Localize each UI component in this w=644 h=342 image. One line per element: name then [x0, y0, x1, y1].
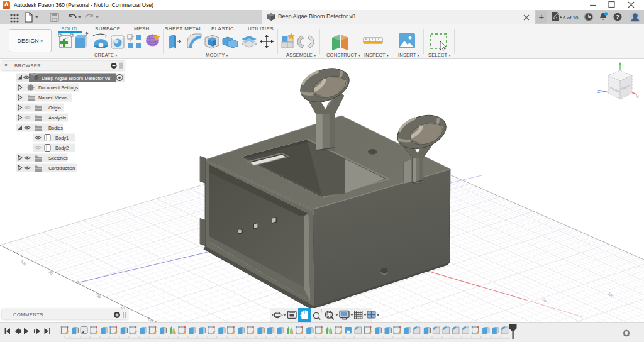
svg-text:Deep Algae Bloom Detector v8: Deep Algae Bloom Detector v8 [42, 75, 111, 81]
svg-text:-50: -50 [95, 292, 102, 299]
svg-text:Sketches: Sketches [48, 155, 68, 161]
svg-text:100: 100 [19, 259, 27, 267]
svg-text:Document Settings: Document Settings [38, 85, 79, 91]
svg-text:Body1: Body1 [55, 135, 69, 141]
svg-text:Construction: Construction [48, 165, 75, 171]
svg-text:Body2: Body2 [55, 145, 69, 151]
svg-text:Origin: Origin [48, 105, 61, 111]
svg-text:Bodies: Bodies [48, 125, 63, 131]
svg-text:Named Views: Named Views [38, 95, 67, 101]
svg-text:-150: -150 [145, 315, 153, 322]
svg-text:Z: Z [597, 89, 601, 94]
svg-text:?: ? [616, 14, 619, 20]
svg-text:X: X [636, 94, 639, 99]
svg-text:6 of 10: 6 of 10 [563, 15, 579, 21]
svg-text:Analysis: Analysis [48, 115, 66, 121]
